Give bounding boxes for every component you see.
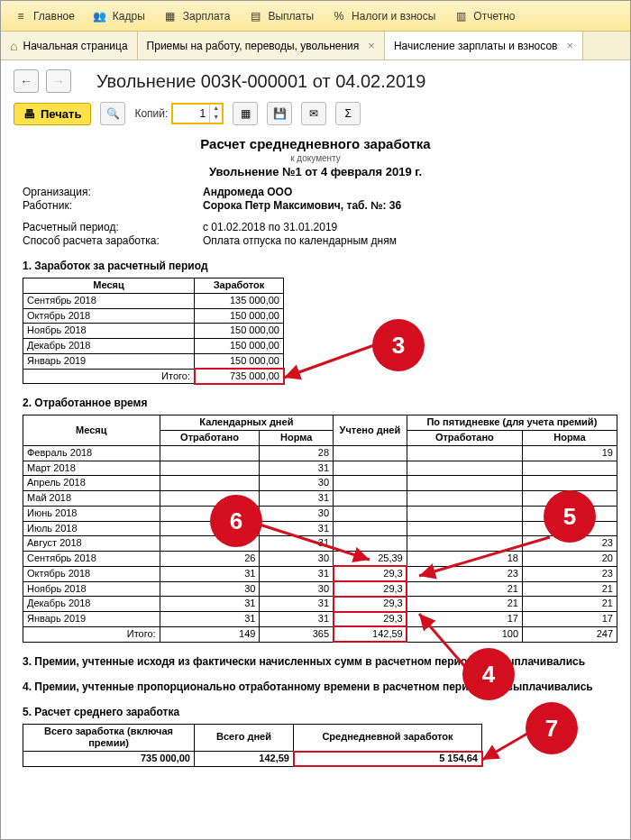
t5-col-a: Всего заработка (включая премии) <box>23 724 195 752</box>
t2-col-five: По пятидневке (для учета премий) <box>407 415 617 431</box>
table-row: Сентябрь 2018135 000,00 <box>23 293 284 308</box>
section-4-heading: 4. Премии, учтенные пропорционально отра… <box>23 680 608 693</box>
menu-payments-label: Выплаты <box>268 10 314 23</box>
table-row: Февраль 20182819 <box>23 445 617 461</box>
table-row: Октябрь 2018150 000,00 <box>23 308 284 324</box>
table-row: Декабрь 2018313129,32121 <box>23 597 617 612</box>
spin-down-icon[interactable]: ▼ <box>210 114 222 123</box>
t5-val-c: 5 154,64 <box>294 752 482 767</box>
table-row: Апрель 201830 <box>23 476 617 491</box>
t2-col-acc: Учтено дней <box>334 415 407 446</box>
menu-payments[interactable]: ▤Выплаты <box>239 5 323 27</box>
t2-total-fn: 247 <box>523 626 617 642</box>
average-table: Всего заработка (включая премии) Всего д… <box>23 724 482 767</box>
table-row: Сентябрь 2018263025,391820 <box>23 552 617 567</box>
preview-button[interactable]: 🔍 <box>100 102 125 125</box>
copies-input[interactable] <box>173 105 209 123</box>
period-value: с 01.02.2018 по 31.01.2019 <box>203 221 337 233</box>
table-row: Август 20183123 <box>23 536 617 552</box>
table-row: Январь 2019150 000,00 <box>23 353 284 369</box>
archive-icon: ▥ <box>453 9 468 23</box>
report-subtitle: к документу <box>23 153 608 163</box>
forward-button[interactable]: → <box>46 69 71 93</box>
tab-home-label: Начальная страница <box>23 40 127 52</box>
menu-salary[interactable]: ▦Зарплата <box>154 5 240 27</box>
svg-line-4 <box>482 731 532 760</box>
method-label: Способ расчета заработка: <box>23 234 203 247</box>
col-earn: Заработок <box>195 278 284 294</box>
grid-check-icon: ▦ <box>241 107 251 120</box>
menu-taxes[interactable]: %Налоги и взносы <box>323 5 444 27</box>
envelope-icon: ✉ <box>309 107 318 120</box>
tab-payroll-label: Начисление зарплаты и взносов <box>394 40 558 52</box>
menu-icon: ≡ <box>14 9 28 23</box>
app-tabs: Начальная страница Приемы на работу, пер… <box>1 32 630 60</box>
save-button[interactable]: 💾 <box>267 102 292 125</box>
tab-payroll[interactable]: Начисление зарплаты и взносов× <box>385 32 583 59</box>
home-icon <box>10 39 17 53</box>
menu-reports[interactable]: ▥Отчетно <box>444 5 524 27</box>
table-row: Июнь 201830 <box>23 506 617 521</box>
print-toolbar: 🖶Печать 🔍 Копий: ▲▼ ▦ 💾 ✉ Σ <box>14 102 617 125</box>
menu-taxes-label: Налоги и взносы <box>352 10 435 23</box>
report-body: Расчет среднедневного заработка к докуме… <box>14 136 617 785</box>
emp-value: Сорока Петр Максимович, таб. №: 36 <box>203 199 401 212</box>
t2-total-fw: 100 <box>407 626 522 642</box>
copies-stepper[interactable]: ▲▼ <box>171 103 224 124</box>
menu-main[interactable]: ≡Главное <box>5 5 84 27</box>
table-row: Ноябрь 2018150 000,00 <box>23 324 284 339</box>
section-1-heading: 1. Заработок за расчетный период <box>23 260 608 272</box>
print-label: Печать <box>41 107 81 121</box>
t2-total-cn: 365 <box>260 626 334 642</box>
menu-salary-label: Зарплата <box>183 10 231 23</box>
spin-up-icon[interactable]: ▲ <box>210 105 222 114</box>
t2-total-cw: 149 <box>160 626 260 642</box>
table-row: Январь 2019313129,31717 <box>23 612 617 627</box>
method-value: Оплата отпуска по календарным дням <box>203 234 397 247</box>
tab-home[interactable]: Начальная страница <box>1 32 138 59</box>
print-button[interactable]: 🖶Печать <box>14 103 91 125</box>
report-doc-ref: Увольнение №1 от 4 февраля 2019 г. <box>23 165 608 178</box>
page-title: Увольнение 003К-000001 от 04.02.2019 <box>96 71 425 92</box>
callout-3: 3 <box>374 321 423 370</box>
table-row: Декабрь 2018150 000,00 <box>23 339 284 354</box>
table-row: Ноябрь 2018303029,32121 <box>23 581 617 597</box>
table-row: Октябрь 2018313129,32323 <box>23 566 617 581</box>
menu-reports-label: Отчетно <box>473 10 515 23</box>
t2-total-ad: 142,59 <box>334 626 407 642</box>
sigma-icon: Σ <box>345 107 352 120</box>
org-value: Андромеда ООО <box>203 186 292 198</box>
main-menu-ribbon: ≡Главное 👥Кадры ▦Зарплата ▤Выплаты %Нало… <box>1 1 630 32</box>
close-icon[interactable]: × <box>368 39 375 52</box>
t2-col-worked: Отработано <box>160 431 260 446</box>
menu-staff[interactable]: 👥Кадры <box>84 5 154 27</box>
back-button[interactable]: ← <box>14 69 39 93</box>
magnifier-icon: 🔍 <box>106 107 120 120</box>
table-row: Май 201831 <box>23 491 617 507</box>
table-settings-button[interactable]: ▦ <box>233 102 258 125</box>
tab-hr-label: Приемы на работу, переводы, увольнения <box>147 40 360 52</box>
time-table: Месяц Календарных дней Учтено дней По пя… <box>23 415 617 642</box>
table-row: Март 201831 <box>23 461 617 476</box>
close-icon[interactable]: × <box>566 39 573 52</box>
t2-total-label: Итого: <box>23 626 160 642</box>
t2-col-norm: Норма <box>260 431 334 446</box>
emp-label: Работник: <box>23 199 203 212</box>
people-icon: 👥 <box>93 9 107 23</box>
sum-button[interactable]: Σ <box>335 102 361 125</box>
doc-icon: ▤ <box>248 9 262 23</box>
send-email-button[interactable]: ✉ <box>301 102 326 125</box>
section-5-heading: 5. Расчет среднего заработка <box>23 706 608 718</box>
menu-staff-label: Кадры <box>113 10 145 23</box>
org-label: Организация: <box>23 186 203 198</box>
col-month: Месяц <box>23 278 195 294</box>
tab-hr-ops[interactable]: Приемы на работу, переводы, увольнения× <box>138 32 385 59</box>
report-title: Расчет среднедневного заработка <box>23 136 608 151</box>
earnings-table: МесяцЗаработок Сентябрь 2018135 000,00Ок… <box>23 278 284 384</box>
t2-col-month: Месяц <box>23 415 160 446</box>
t5-col-b: Всего дней <box>195 724 294 752</box>
period-label: Расчетный период: <box>23 221 203 233</box>
t5-val-a: 735 000,00 <box>23 752 195 767</box>
printer-icon: 🖶 <box>23 107 35 121</box>
section-3-heading: 3. Премии, учтенные исходя из фактически… <box>23 655 608 668</box>
